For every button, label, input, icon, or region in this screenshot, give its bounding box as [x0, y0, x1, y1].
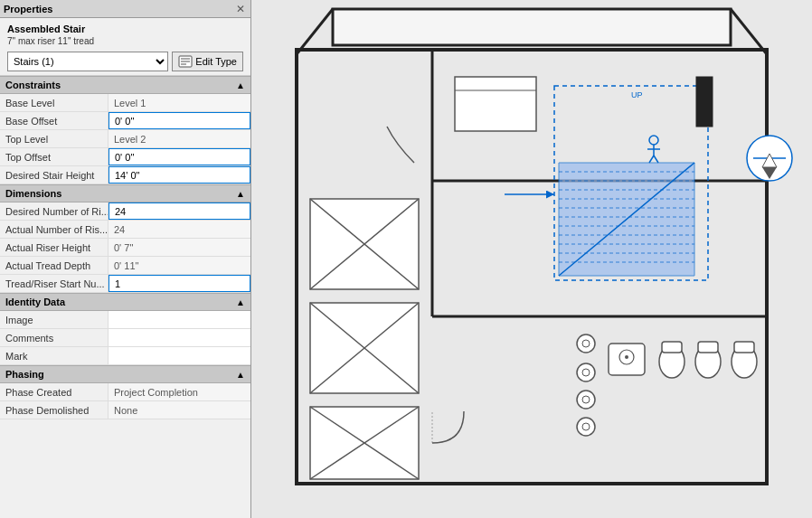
- dropdown-row: Stairs (1) Edit Type: [7, 52, 243, 71]
- prop-phase-demolished-label: Phase Demolished: [0, 401, 109, 419]
- instance-select[interactable]: Stairs (1): [7, 52, 168, 71]
- constraints-collapse-icon: ▲: [236, 80, 245, 90]
- prop-actual-tread-depth: Actual Tread Depth 0' 11": [0, 257, 250, 275]
- prop-comments-label: Comments: [0, 329, 109, 346]
- properties-panel: Properties ✕ Assembled Stair 7" max rise…: [0, 0, 251, 518]
- identity-collapse-icon: ▲: [236, 297, 245, 307]
- prop-actual-riser-height: Actual Riser Height 0' 7": [0, 239, 250, 257]
- canvas-area[interactable]: UP: [251, 0, 812, 518]
- section-identity[interactable]: Identity Data ▲: [0, 293, 250, 311]
- prop-mark-label: Mark: [0, 347, 109, 364]
- prop-base-offset-value[interactable]: 0' 0": [109, 112, 250, 129]
- prop-base-level-value: Level 1: [109, 94, 250, 111]
- svg-rect-45: [609, 344, 645, 375]
- section-constraints[interactable]: Constraints ▲: [0, 76, 250, 94]
- edit-type-label: Edit Type: [195, 56, 237, 67]
- section-dimensions[interactable]: Dimensions ▲: [0, 184, 250, 202]
- svg-point-58: [577, 391, 595, 409]
- close-button[interactable]: ✕: [234, 4, 247, 14]
- svg-text:UP: UP: [631, 90, 643, 99]
- prop-top-level-label: Top Level: [0, 130, 109, 147]
- type-name: Assembled Stair: [7, 24, 243, 34]
- prop-image-value: [109, 311, 250, 328]
- prop-top-offset-label: Top Offset: [0, 148, 109, 165]
- prop-image: Image: [0, 311, 250, 329]
- prop-top-level-value: Level 2: [109, 130, 250, 147]
- svg-rect-21: [455, 77, 536, 131]
- prop-mark[interactable]: Mark: [0, 347, 250, 365]
- svg-rect-51: [698, 342, 718, 353]
- prop-base-level: Base Level Level 1: [0, 94, 250, 112]
- edit-type-icon: [178, 55, 193, 68]
- prop-image-label: Image: [0, 311, 109, 328]
- phasing-collapse-icon: ▲: [236, 370, 245, 380]
- prop-tread-start-num-value[interactable]: 1: [109, 275, 250, 292]
- section-constraints-label: Constraints: [5, 80, 61, 90]
- prop-actual-risers: Actual Number of Ris... 24: [0, 221, 250, 239]
- svg-point-56: [577, 363, 595, 381]
- prop-phase-demolished: Phase Demolished None: [0, 401, 250, 419]
- panel-title: Properties: [4, 4, 52, 14]
- prop-actual-risers-label: Actual Number of Ris...: [0, 221, 109, 238]
- prop-top-offset[interactable]: Top Offset 0' 0": [0, 148, 250, 166]
- section-phasing[interactable]: Phasing ▲: [0, 365, 250, 383]
- svg-rect-49: [662, 342, 682, 353]
- properties-table: Constraints ▲ Base Level Level 1 Base Of…: [0, 76, 250, 518]
- prop-desired-stair-height-label: Desired Stair Height: [0, 166, 109, 184]
- svg-point-54: [577, 334, 595, 353]
- prop-desired-risers-label: Desired Number of Ri...: [0, 202, 109, 220]
- prop-desired-risers[interactable]: Desired Number of Ri... 24: [0, 202, 250, 221]
- type-desc: 7" max riser 11" tread: [7, 36, 243, 46]
- prop-comments-value[interactable]: [109, 329, 250, 346]
- prop-mark-value[interactable]: [109, 347, 250, 364]
- section-phasing-label: Phasing: [5, 369, 44, 380]
- svg-rect-44: [696, 77, 713, 127]
- svg-point-60: [577, 418, 595, 436]
- prop-phase-created-value: Project Completion: [109, 383, 250, 400]
- svg-point-47: [625, 355, 628, 359]
- panel-title-bar: Properties ✕: [0, 0, 250, 18]
- prop-actual-riser-height-label: Actual Riser Height: [0, 239, 109, 256]
- svg-rect-53: [734, 342, 754, 353]
- prop-phase-created-label: Phase Created: [0, 383, 109, 400]
- prop-base-level-label: Base Level: [0, 94, 109, 111]
- prop-phase-demolished-value: None: [109, 401, 250, 419]
- type-selector-area: Assembled Stair 7" max riser 11" tread S…: [0, 18, 250, 76]
- prop-base-offset[interactable]: Base Offset 0' 0": [0, 112, 250, 130]
- svg-marker-5: [333, 9, 731, 45]
- prop-desired-stair-height-value[interactable]: 14' 0": [109, 166, 250, 184]
- floor-plan-svg: UP: [251, 0, 812, 518]
- prop-actual-risers-value: 24: [109, 221, 250, 238]
- edit-type-button[interactable]: Edit Type: [172, 52, 243, 71]
- prop-desired-stair-height[interactable]: Desired Stair Height 14' 0": [0, 166, 250, 184]
- prop-tread-start-num-label: Tread/Riser Start Nu...: [0, 275, 109, 292]
- section-identity-label: Identity Data: [5, 297, 65, 307]
- prop-top-offset-value[interactable]: 0' 0": [109, 148, 250, 165]
- prop-desired-risers-value[interactable]: 24: [109, 202, 250, 220]
- prop-base-offset-label: Base Offset: [0, 112, 109, 129]
- prop-actual-riser-height-value: 0' 7": [109, 239, 250, 256]
- prop-actual-tread-depth-label: Actual Tread Depth: [0, 257, 109, 274]
- prop-top-level: Top Level Level 2: [0, 130, 250, 148]
- prop-actual-tread-depth-value: 0' 11": [109, 257, 250, 274]
- prop-comments[interactable]: Comments: [0, 329, 250, 347]
- section-dimensions-label: Dimensions: [5, 188, 61, 199]
- prop-tread-start-num[interactable]: Tread/Riser Start Nu... 1: [0, 275, 250, 293]
- dimensions-collapse-icon: ▲: [236, 189, 245, 199]
- prop-phase-created: Phase Created Project Completion: [0, 383, 250, 401]
